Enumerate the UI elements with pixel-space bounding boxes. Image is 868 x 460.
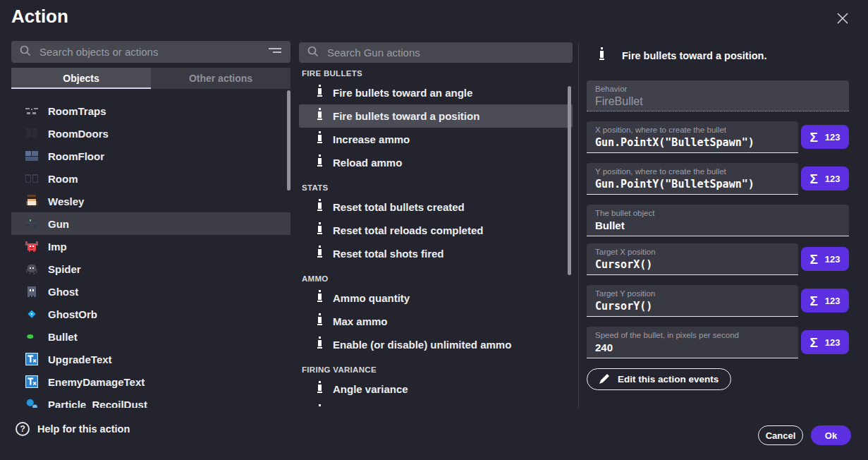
- object-row[interactable]: Spider: [11, 258, 291, 280]
- bullet-icon: [316, 290, 324, 307]
- action-row[interactable]: Reset total bullets created: [299, 195, 573, 219]
- room-floor-icon: [25, 150, 38, 162]
- object-label: Bullet: [48, 331, 78, 343]
- action-label: Angle variance: [333, 383, 408, 395]
- parameter-field[interactable]: X position, where to create the bulletGu…: [587, 121, 798, 153]
- parameter-field[interactable]: Target Y positionCursorY(): [587, 285, 798, 317]
- field-value[interactable]: CursorX(): [595, 258, 790, 271]
- object-row[interactable]: Room: [11, 167, 291, 190]
- bullet-dot-icon: [25, 330, 38, 343]
- expression-editor-button[interactable]: Σ123: [801, 167, 849, 190]
- actions-scrollbar[interactable]: [568, 86, 571, 275]
- field-value[interactable]: 240: [595, 341, 790, 353]
- bullet-icon: [316, 108, 324, 125]
- field-label: X position, where to create the bullet: [595, 126, 790, 134]
- bullet-icon: [316, 85, 324, 102]
- gun-icon: [25, 217, 38, 230]
- object-label: RoomFloor: [48, 150, 104, 162]
- objects-search: [11, 41, 291, 63]
- action-row[interactable]: Ammo quantity: [299, 286, 573, 310]
- filter-icon[interactable]: [267, 45, 283, 59]
- parameter-field[interactable]: Target X positionCursorX(): [587, 243, 798, 275]
- object-row[interactable]: Ghost: [11, 280, 291, 303]
- object-label: Imp: [48, 241, 67, 253]
- help-link[interactable]: ? Help for this action: [16, 422, 130, 436]
- cancel-button[interactable]: Cancel: [758, 425, 803, 445]
- spider-icon: [25, 262, 38, 275]
- action-row[interactable]: Reset total reloads completed: [299, 219, 573, 242]
- sigma-icon: Σ: [809, 253, 817, 266]
- object-label: Room: [48, 173, 78, 185]
- tab-objects[interactable]: Objects: [11, 68, 151, 89]
- field-label: Y position, where to create the bullet: [595, 167, 790, 176]
- action-row[interactable]: Angle variance: [299, 377, 573, 401]
- object-row[interactable]: EnemyDamageText: [11, 370, 291, 393]
- room-doors-icon: [25, 127, 38, 140]
- parameter-field[interactable]: Y position, where to create the bulletGu…: [587, 163, 798, 195]
- left-panel: Objects Other actions RoomTrapsRoomDoors…: [11, 41, 291, 408]
- tab-other-actions[interactable]: Other actions: [151, 68, 291, 89]
- action-row[interactable]: Reset total shots fired: [299, 242, 573, 265]
- search-icon: [19, 44, 32, 60]
- imp-icon: [25, 240, 38, 253]
- expression-editor-button[interactable]: Σ123: [801, 125, 849, 149]
- ok-button[interactable]: Ok: [811, 425, 851, 445]
- expression-editor-button[interactable]: Σ123: [801, 289, 849, 313]
- parameter-field[interactable]: Speed of the bullet, in pixels per secon…: [587, 327, 798, 358]
- action-description-row: Fire bullets toward a position.: [598, 45, 766, 66]
- action-section: STATSReset total bullets createdReset to…: [299, 180, 573, 265]
- bullet-icon: [316, 131, 324, 148]
- action-row[interactable]: Speed variance: [299, 401, 573, 408]
- left-scrollbar[interactable]: [287, 90, 291, 190]
- object-row[interactable]: GhostOrb: [11, 303, 291, 325]
- actions-panel: FIRE BULLETSFire bullets toward an angle…: [299, 42, 573, 408]
- bullet-icon: [316, 199, 324, 216]
- object-row[interactable]: Particle_RecoilDust: [11, 393, 291, 408]
- behavior-value: FireBullet: [595, 95, 841, 108]
- object-row[interactable]: RoomTraps: [11, 99, 291, 122]
- action-row[interactable]: Enable (or disable) unlimited ammo: [299, 333, 573, 356]
- section-header: AMMO: [299, 271, 573, 286]
- object-row[interactable]: Gun: [11, 212, 291, 235]
- action-label: Reset total reloads completed: [333, 224, 483, 236]
- action-row[interactable]: Fire bullets toward an angle: [299, 81, 573, 104]
- action-label: Fire bullets toward an angle: [333, 87, 472, 99]
- parameter-row: Y position, where to create the bulletGu…: [587, 163, 849, 195]
- field-value[interactable]: CursorY(): [595, 300, 790, 313]
- section-header: FIRING VARIANCE: [299, 362, 573, 377]
- action-row[interactable]: Increase ammo: [299, 128, 573, 151]
- expression-editor-button[interactable]: Σ123: [801, 330, 849, 354]
- bullet-icon: [316, 404, 324, 408]
- object-row[interactable]: Wesley: [11, 190, 291, 212]
- bullet-icon: [316, 222, 324, 239]
- action-label: Enable (or disable) unlimited ammo: [333, 339, 511, 351]
- object-label: Ghost: [48, 286, 78, 298]
- parameter-field[interactable]: The bullet objectBullet: [587, 205, 849, 236]
- action-label: Reset total bullets created: [333, 201, 465, 213]
- room-icon: [25, 172, 38, 185]
- object-label: Wesley: [48, 195, 84, 207]
- field-value[interactable]: Gun.PointY("BulletSpawn"): [595, 178, 790, 190]
- object-row[interactable]: RoomFloor: [11, 145, 291, 167]
- objects-list: RoomTrapsRoomDoorsRoomFloorRoomWesleyGun…: [11, 95, 291, 408]
- object-label: UpgradeText: [48, 353, 112, 365]
- actions-search-input[interactable]: [326, 46, 565, 59]
- field-value[interactable]: Gun.PointX("BulletSpawn"): [595, 136, 790, 149]
- action-label: Reset total shots fired: [333, 248, 444, 260]
- action-row[interactable]: Reload ammo: [299, 151, 573, 174]
- action-label: Speed variance: [333, 406, 410, 408]
- objects-search-input[interactable]: [38, 45, 261, 59]
- action-row[interactable]: Max ammo: [299, 310, 573, 333]
- object-row[interactable]: Imp: [11, 235, 291, 258]
- field-label: Target Y position: [595, 289, 790, 298]
- field-value[interactable]: Bullet: [595, 219, 841, 231]
- section-header: FIRE BULLETS: [299, 66, 573, 81]
- object-row[interactable]: RoomDoors: [11, 122, 291, 145]
- expression-editor-button[interactable]: Σ123: [801, 247, 849, 271]
- edit-action-events-button[interactable]: Edit this action events: [587, 368, 731, 390]
- close-icon[interactable]: [835, 9, 853, 28]
- object-label: Particle_RecoilDust: [48, 399, 147, 408]
- object-row[interactable]: Bullet: [11, 325, 291, 348]
- object-row[interactable]: UpgradeText: [11, 348, 291, 370]
- action-row[interactable]: Fire bullets toward a position: [299, 104, 573, 128]
